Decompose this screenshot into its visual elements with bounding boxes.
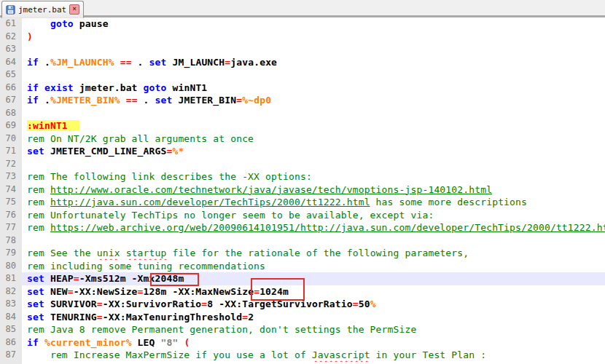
line-number: 66: [0, 82, 22, 95]
line-number: 86: [0, 336, 22, 349]
line-number: 76: [0, 209, 22, 222]
code-line[interactable]: 76rem Unfortunately TechTips no longer s…: [0, 209, 605, 222]
line-number: 65: [0, 68, 22, 82]
code-line[interactable]: 72: [0, 158, 605, 171]
code-line[interactable]: 71set JMETER_CMD_LINE_ARGS=%*: [0, 145, 605, 158]
code-line[interactable]: 81set HEAP=-Xms512m -Xmx2048m: [0, 272, 605, 285]
code-line[interactable]: 85rem Java 8 remove Permanent generation…: [0, 323, 605, 336]
code-text: rem Increase MaxPermSize if you use a lo…: [22, 349, 605, 362]
code-line[interactable]: 69:winNT1: [0, 119, 605, 132]
code-line[interactable]: 75rem http://java.sun.com/developer/Tech…: [0, 196, 605, 209]
code-text: set SURVIVOR=-XX:SurvivorRatio=8 -XX:Tar…: [22, 298, 605, 311]
code-area: 61 goto pause62)6364if .%JM_LAUNCH% == .…: [0, 17, 605, 362]
line-number: 79: [0, 247, 22, 260]
code-text: [22, 158, 605, 171]
code-text: if exist jmeter.bat goto winNT1: [22, 82, 605, 95]
line-number: 77: [0, 221, 22, 234]
line-number: 85: [0, 323, 22, 336]
code-line[interactable]: 80rem including some tuning recommendati…: [0, 260, 605, 273]
code-editor[interactable]: 61 goto pause62)6364if .%JM_LAUNCH% == .…: [0, 17, 605, 364]
code-text: if .%JMETER_BIN% == . set JMETER_BIN=%~d…: [22, 94, 605, 107]
code-line[interactable]: 79rem See the unix startup file for the …: [0, 247, 605, 260]
code-text: if %current_minor% LEQ "8" (: [22, 336, 605, 349]
line-number: 63: [0, 43, 22, 56]
code-line[interactable]: 70rem On NT/2K grab all arguments at onc…: [0, 132, 605, 146]
code-line[interactable]: 68: [0, 107, 605, 120]
code-text: rem http://www.oracle.com/technetwork/ja…: [22, 183, 605, 197]
code-text: rem including some tuning recommendation…: [22, 260, 605, 273]
code-line[interactable]: 61 goto pause: [0, 17, 605, 31]
code-line[interactable]: 63: [0, 43, 605, 56]
code-text: [22, 234, 605, 248]
line-number: 73: [0, 170, 22, 183]
code-line[interactable]: 62): [0, 31, 605, 44]
line-number: 69: [0, 119, 22, 132]
code-text: rem See the unix startup file for the ra…: [22, 247, 605, 260]
code-text: rem Java 8 remove Permanent generation, …: [22, 323, 605, 336]
line-number: 64: [0, 56, 22, 69]
code-line[interactable]: 82set NEW=-XX:NewSize=128m -XX:MaxNewSiz…: [0, 285, 605, 298]
tab-bar: jmeter.bat ×: [0, 0, 605, 17]
line-number: 84: [0, 311, 22, 324]
code-line[interactable]: 83set SURVIVOR=-XX:SurvivorRatio=8 -XX:T…: [0, 298, 605, 311]
code-text: goto pause: [22, 17, 605, 31]
line-number: 61: [0, 17, 22, 31]
code-text: if .%JM_LAUNCH% == . set JM_LAUNCH=java.…: [22, 56, 605, 69]
line-number: 68: [0, 107, 22, 120]
code-text: set JMETER_CMD_LINE_ARGS=%*: [22, 145, 605, 158]
code-text: :winNT1: [22, 119, 605, 132]
code-text: rem https://web.archive.org/web/20090614…: [22, 221, 605, 234]
code-text: ): [22, 31, 605, 44]
line-number: 87: [0, 349, 22, 362]
code-line[interactable]: 65: [0, 68, 605, 82]
code-line[interactable]: 78: [0, 234, 605, 248]
line-number: 71: [0, 145, 22, 158]
code-text: [22, 107, 605, 120]
line-number: 70: [0, 132, 22, 146]
line-number: 83: [0, 298, 22, 311]
code-text: rem The following link describes the -XX…: [22, 170, 605, 183]
code-text: [22, 43, 605, 56]
code-line[interactable]: 64if .%JM_LAUNCH% == . set JM_LAUNCH=jav…: [0, 56, 605, 69]
line-number: 74: [0, 183, 22, 197]
line-number: 78: [0, 234, 22, 248]
code-line[interactable]: 87 rem Increase MaxPermSize if you use a…: [0, 349, 605, 362]
line-number: 67: [0, 94, 22, 107]
tab-title: jmeter.bat: [18, 5, 66, 15]
code-line[interactable]: 86if %current_minor% LEQ "8" (: [0, 336, 605, 349]
code-text: rem http://java.sun.com/developer/TechTi…: [22, 196, 605, 209]
code-line[interactable]: 67if .%JMETER_BIN% == . set JMETER_BIN=%…: [0, 94, 605, 107]
tab-jmeter-bat[interactable]: jmeter.bat ×: [1, 1, 84, 18]
code-line[interactable]: 84set TENURING=-XX:MaxTenuringThreshold=…: [0, 311, 605, 324]
line-number: 72: [0, 158, 22, 171]
tab-close-icon[interactable]: ×: [69, 4, 79, 15]
code-line[interactable]: 74rem http://www.oracle.com/technetwork/…: [0, 183, 605, 197]
line-number: 81: [0, 272, 22, 285]
code-text: [22, 68, 605, 82]
line-number: 82: [0, 285, 22, 298]
editor-window: jmeter.bat × 61 goto pause62)6364if .%JM…: [0, 0, 605, 364]
code-text: set TENURING=-XX:MaxTenuringThreshold=2: [22, 311, 605, 324]
line-number: 80: [0, 260, 22, 273]
code-text: set NEW=-XX:NewSize=128m -XX:MaxNewSize=…: [22, 285, 605, 298]
saved-floppy-icon: [6, 5, 15, 15]
line-number: 62: [0, 31, 22, 44]
code-line[interactable]: 66if exist jmeter.bat goto winNT1: [0, 82, 605, 95]
code-line[interactable]: 73rem The following link describes the -…: [0, 170, 605, 183]
code-text: rem Unfortunately TechTips no longer see…: [22, 209, 605, 222]
code-line[interactable]: 77rem https://web.archive.org/web/200906…: [0, 221, 605, 234]
line-number: 75: [0, 196, 22, 209]
code-text: rem On NT/2K grab all arguments at once: [22, 132, 605, 146]
code-text: set HEAP=-Xms512m -Xmx2048m: [22, 272, 605, 285]
